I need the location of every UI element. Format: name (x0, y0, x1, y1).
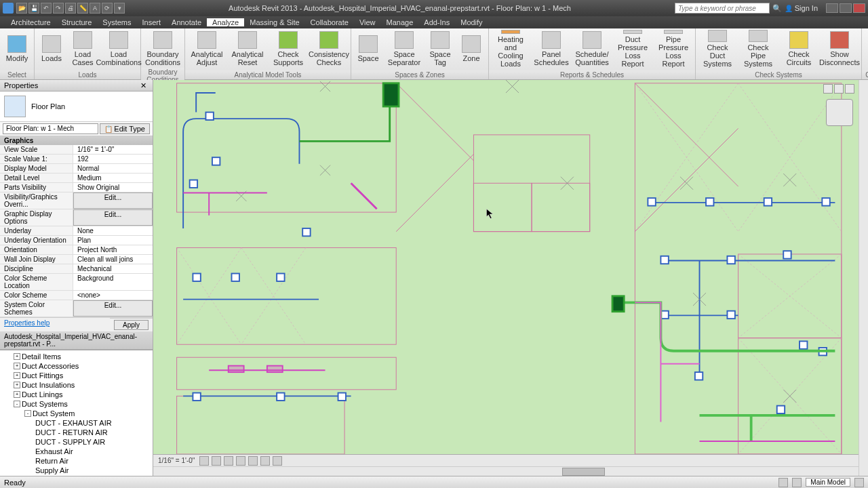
qat-redo-icon[interactable]: ↷ (53, 3, 64, 14)
ribbon-btn-analyticalreset[interactable]: Analytical Reset (229, 30, 267, 68)
prop-value[interactable]: Edit... (73, 209, 153, 226)
minimize-button[interactable] (826, 3, 838, 13)
app-icon[interactable] (3, 3, 14, 14)
menu-insert[interactable]: Insert (137, 18, 167, 26)
status-filter-icon[interactable] (854, 478, 864, 487)
prop-value[interactable]: Edit... (73, 192, 153, 209)
tree-item-ductinsulations[interactable]: +Duct Insulations (1, 380, 151, 390)
menu-addins[interactable]: Add-Ins (418, 18, 455, 26)
prop-value[interactable]: Normal (73, 164, 153, 173)
menu-manage[interactable]: Manage (381, 18, 419, 26)
status-worksets-icon[interactable] (778, 478, 788, 487)
tree-item-ductreturnair[interactable]: DUCT - RETURN AIR (1, 428, 151, 437)
prop-value[interactable]: 1/16" = 1'-0" (73, 145, 153, 154)
tree-toggle-icon[interactable]: + (14, 363, 20, 369)
vb-style-icon[interactable] (212, 456, 221, 466)
menu-massingsite[interactable]: Massing & Site (244, 18, 304, 26)
type-selector[interactable]: Floor Plan (0, 92, 153, 122)
search-icon[interactable]: 🔍 (772, 4, 782, 13)
status-model-combo[interactable]: Main Model (806, 478, 850, 487)
tree-toggle-icon[interactable]: + (14, 353, 20, 360)
qat-more-icon[interactable]: ▾ (114, 3, 125, 14)
ribbon-btn-showdisconnects[interactable]: Show Disconnects (821, 30, 859, 68)
help-search-input[interactable] (675, 3, 770, 14)
instance-combo[interactable]: Floor Plan: w 1 - Mech (3, 123, 98, 134)
vb-crop-icon[interactable] (248, 456, 258, 466)
tree-item-ductexhaustair[interactable]: DUCT - EXHAUST AIR (1, 418, 151, 428)
h-scrollbar[interactable] (153, 466, 859, 476)
menu-systems[interactable]: Systems (97, 18, 136, 26)
ribbon-btn-spaceseparator[interactable]: Space Separator (385, 30, 423, 68)
vc-close-icon[interactable] (845, 84, 854, 94)
prop-value[interactable]: Plan (73, 236, 153, 245)
qat-print-icon[interactable]: 🖨 (65, 3, 76, 14)
qat-text-icon[interactable]: A (90, 3, 100, 14)
tree-toggle-icon[interactable]: + (14, 372, 20, 379)
qat-sync-icon[interactable]: ⟳ (102, 3, 113, 14)
prop-value[interactable]: Background (73, 274, 153, 290)
vb-hide-icon[interactable] (260, 456, 270, 466)
navigation-cube[interactable] (826, 99, 853, 126)
ribbon-btn-heatingandcoolingloads[interactable]: Heating and Cooling Loads (492, 30, 530, 68)
ribbon-btn-checkcircuits[interactable]: Check Circuits (780, 30, 818, 68)
signin-link[interactable]: 👤 Sign In (785, 4, 818, 12)
qat-open-icon[interactable]: 📂 (16, 3, 27, 14)
maximize-button[interactable] (840, 3, 852, 13)
ribbon-btn-zone[interactable]: Zone (457, 30, 486, 68)
status-editable-icon[interactable] (792, 478, 802, 487)
prop-value[interactable]: Clean all wall joins (73, 255, 153, 264)
qat-undo-icon[interactable]: ↶ (41, 3, 52, 14)
tree-item-ductlinings[interactable]: +Duct Linings (1, 390, 151, 399)
menu-structure[interactable]: Structure (56, 18, 98, 26)
menu-view[interactable]: View (354, 18, 381, 26)
ribbon-btn-consistencychecks[interactable]: Consistency Checks (310, 30, 348, 68)
drawing-canvas[interactable] (153, 80, 859, 454)
qat-measure-icon[interactable]: 📏 (77, 3, 88, 14)
ribbon-btn-boundaryconditions[interactable]: Boundary Conditions (144, 30, 182, 68)
ribbon-btn-checksupports[interactable]: Check Supports (269, 30, 307, 68)
ribbon-btn-schedulequantities[interactable]: Schedule/ Quantities (573, 30, 611, 68)
ribbon-btn-panelschedules[interactable]: Panel Schedules (532, 30, 570, 68)
ribbon-btn-analyticaladjust[interactable]: Analytical Adjust (188, 30, 226, 68)
tree-item-detailitems[interactable]: +Detail Items (1, 352, 151, 361)
vb-shadow-icon[interactable] (236, 456, 245, 466)
ribbon-btn-icon[interactable] (865, 30, 868, 68)
prop-value[interactable]: <none> (73, 291, 153, 300)
menu-analyze[interactable]: Analyze (207, 18, 244, 26)
ribbon-btn-loadcases[interactable]: Load Cases (68, 30, 97, 68)
vb-reveal-icon[interactable] (273, 456, 282, 466)
tree-item-ductaccessories[interactable]: +Duct Accessories (1, 361, 151, 371)
tree-item-ductfittings[interactable]: +Duct Fittings (1, 371, 151, 380)
edit-type-button[interactable]: 📋 Edit Type (100, 123, 150, 134)
tree-item-ductsystem[interactable]: -Duct System (1, 409, 151, 418)
tree-item-exhaustair[interactable]: Exhaust Air (1, 447, 151, 456)
tree-item-supplyair[interactable]: Supply Air (1, 466, 151, 475)
tree-item-ductsupplyair[interactable]: DUCT - SUPPLY AIR (1, 437, 151, 447)
prop-value[interactable]: None (73, 226, 153, 235)
ribbon-btn-checkductsystems[interactable]: Check Duct Systems (698, 30, 736, 68)
vb-sun-icon[interactable] (224, 456, 233, 466)
ribbon-btn-checkpipesystems[interactable]: Check Pipe Systems (739, 30, 777, 68)
tree-toggle-icon[interactable]: - (14, 401, 20, 407)
prop-value[interactable]: 192 (73, 155, 153, 163)
close-button[interactable] (853, 3, 865, 13)
tree-item-returnair[interactable]: Return Air (1, 456, 151, 466)
view-scale[interactable]: 1/16" = 1'-0" (156, 457, 197, 464)
ribbon-btn-loads[interactable]: Loads (37, 30, 66, 68)
menu-architecture[interactable]: Architecture (5, 18, 56, 26)
tree-toggle-icon[interactable]: + (14, 382, 20, 388)
tree-toggle-icon[interactable]: - (24, 410, 31, 417)
menu-modify[interactable]: Modify (455, 18, 488, 26)
menu-collaborate[interactable]: Collaborate (305, 18, 354, 26)
menu-annotate[interactable]: Annotate (166, 18, 207, 26)
ribbon-btn-modify[interactable]: Modify (3, 30, 31, 68)
apply-button[interactable]: Apply (114, 320, 149, 330)
prop-value[interactable]: Mechanical (73, 264, 153, 273)
qat-save-icon[interactable]: 💾 (28, 3, 39, 14)
properties-close-icon[interactable]: ✕ (140, 81, 149, 89)
v-scrollbar[interactable] (859, 80, 868, 476)
tree-item-ductsystems[interactable]: -Duct Systems (1, 399, 151, 409)
prop-value[interactable]: Edit... (73, 300, 153, 317)
ribbon-btn-loadcombinations[interactable]: Load Combinations (100, 30, 138, 68)
ribbon-btn-pipepressurelossreport[interactable]: Pipe Pressure Loss Report (654, 30, 692, 68)
